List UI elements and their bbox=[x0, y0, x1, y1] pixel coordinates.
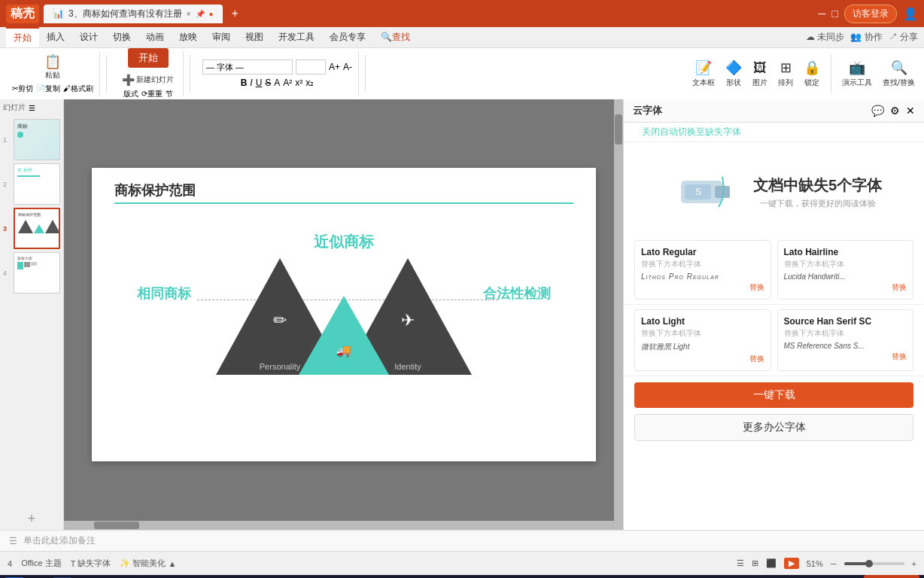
font-family-input[interactable]: — 字体 — bbox=[202, 59, 293, 75]
text-shadow-btn[interactable]: A² bbox=[283, 78, 292, 88]
superscript-btn[interactable]: x² bbox=[295, 78, 302, 88]
zoom-thumb[interactable] bbox=[865, 560, 873, 567]
slide-thumb-2[interactable]: 类 林烨 bbox=[14, 163, 60, 205]
share-btn[interactable]: ↗ 分享 bbox=[889, 31, 918, 44]
window-maximize[interactable]: □ bbox=[832, 8, 838, 20]
paste-btn[interactable]: 📋 粘贴 bbox=[41, 53, 64, 82]
replace-btn-1[interactable]: 替换 bbox=[749, 282, 764, 293]
tab-slideshow[interactable]: 放映 bbox=[172, 28, 205, 47]
panel-settings-icon[interactable]: ⚙ bbox=[890, 105, 900, 117]
format-painter-btn[interactable]: 🖌格式刷 bbox=[63, 84, 93, 94]
outline-toggle[interactable]: ☰ bbox=[29, 104, 35, 112]
notes-placeholder[interactable]: 单击此处添加备注 bbox=[23, 534, 96, 547]
panel-scroll[interactable]: S 文档中缺失5个字体 一键下载，获得更好的阅读体验 Lato Regular … bbox=[624, 142, 924, 530]
repeat-btn[interactable]: ⟳重重 bbox=[141, 89, 163, 99]
tab-developer[interactable]: 开发工具 bbox=[271, 28, 322, 47]
sep2 bbox=[190, 55, 190, 93]
taskbar-right: 🔔 中 📶 🔊 14:22 周三 2020/11/ bbox=[798, 575, 919, 578]
tab-pin[interactable]: 📌 bbox=[196, 10, 205, 18]
document-tab[interactable]: 📊 3、商标如何查询有没有注册 × 📌 ● bbox=[44, 5, 223, 23]
tab-insert[interactable]: 插入 bbox=[39, 28, 72, 47]
find-replace-btn[interactable]: 🔍 查找/替换 bbox=[880, 58, 918, 90]
font-warning-icon: T bbox=[71, 559, 76, 568]
view-list-btn[interactable]: ☰ bbox=[737, 558, 744, 568]
tab-animation[interactable]: 动画 bbox=[138, 28, 172, 47]
h-scroll-thumb[interactable] bbox=[94, 522, 139, 529]
textbox-btn[interactable]: 📝 文本框 bbox=[689, 58, 718, 90]
thumb-tri-m bbox=[34, 224, 44, 233]
font-name-3: Lato Light bbox=[641, 316, 764, 327]
start-btn[interactable]: 开始 bbox=[128, 48, 169, 68]
tab-design[interactable]: 设计 bbox=[72, 28, 105, 47]
new-slide-btn[interactable]: ➕ 新建幻灯片 bbox=[119, 72, 177, 87]
collab-btn[interactable]: 👥 协作 bbox=[850, 31, 882, 44]
replace-btn-3[interactable]: 替换 bbox=[749, 354, 764, 364]
add-tab-btn[interactable]: + bbox=[232, 7, 239, 20]
slide-thumb-3[interactable]: 商标保护范围 bbox=[14, 208, 60, 249]
visitor-login-btn[interactable]: 访客登录 bbox=[844, 5, 897, 23]
image-icon: 🖼 bbox=[753, 60, 767, 76]
play-btn[interactable]: ▶ bbox=[784, 558, 799, 569]
tab-close-btn[interactable]: × bbox=[187, 10, 191, 18]
h-scrollbar[interactable] bbox=[64, 521, 614, 530]
tab-member[interactable]: 会员专享 bbox=[322, 28, 373, 47]
underline-btn[interactable]: U bbox=[256, 78, 263, 88]
theme-label[interactable]: Office 主题 bbox=[21, 558, 62, 569]
tab-transition[interactable]: 切换 bbox=[105, 28, 138, 47]
window-minimize[interactable]: ─ bbox=[819, 8, 826, 20]
more-fonts-btn[interactable]: 更多办公字体 bbox=[634, 414, 913, 441]
slide-underline bbox=[114, 202, 573, 204]
thumb-bars-4 bbox=[17, 262, 56, 269]
subscript-btn[interactable]: x₂ bbox=[305, 78, 314, 88]
layout-btn[interactable]: 版式 bbox=[123, 89, 138, 99]
slide-thumb-4[interactable]: 谢谢大家 bbox=[14, 252, 60, 294]
cut-btn[interactable]: ✂剪切 bbox=[12, 84, 33, 94]
replace-row-3: 替换 bbox=[641, 352, 764, 364]
v-scroll-thumb[interactable] bbox=[615, 114, 622, 144]
bar2 bbox=[24, 262, 30, 267]
font-size-input[interactable] bbox=[296, 59, 326, 75]
thumb-title-1: 商标 bbox=[17, 123, 56, 130]
image-btn[interactable]: 🖼 图片 bbox=[749, 59, 771, 90]
bold-btn[interactable]: B bbox=[241, 78, 248, 88]
font-color-btn[interactable]: A bbox=[274, 78, 280, 88]
slide-title: 商标保护范围 bbox=[114, 181, 196, 199]
tab-review[interactable]: 审阅 bbox=[205, 28, 238, 47]
font-replace-from-2: Lucida Handwriti... bbox=[784, 272, 907, 281]
shape-btn[interactable]: 🔷 形状 bbox=[722, 58, 745, 90]
user-avatar[interactable]: 👤 bbox=[903, 7, 918, 21]
v-scrollbar[interactable] bbox=[614, 99, 623, 530]
section-btn[interactable]: 节 bbox=[166, 89, 173, 99]
font-size-dec[interactable]: A- bbox=[343, 62, 352, 72]
lock-btn[interactable]: 🔒 锁定 bbox=[801, 58, 823, 90]
view-present-btn[interactable]: ⬛ bbox=[766, 558, 777, 568]
sync-status[interactable]: ☁ 未同步 bbox=[806, 31, 844, 44]
download-btn[interactable]: 一键下载 bbox=[634, 382, 913, 408]
zoom-in-btn[interactable]: + bbox=[912, 559, 916, 568]
beautify-btn[interactable]: ✨ 智能美化 ▲ bbox=[120, 558, 176, 569]
zoom-slider[interactable] bbox=[844, 562, 904, 565]
missing-font-btn[interactable]: T 缺失字体 bbox=[71, 558, 111, 569]
slide-thumb-1[interactable]: 商标 bbox=[14, 119, 60, 160]
tab-view[interactable]: 视图 bbox=[238, 28, 271, 47]
zoom-out-btn[interactable]: ─ bbox=[831, 559, 837, 568]
replace-row-4: 替换 bbox=[784, 350, 907, 362]
status-right: ☰ ⊞ ⬛ ▶ 51% ─ + bbox=[737, 558, 916, 569]
replace-btn-4[interactable]: 替换 bbox=[892, 351, 907, 362]
replace-btn-2[interactable]: 替换 bbox=[892, 282, 907, 293]
add-slide-btn[interactable]: + bbox=[3, 511, 60, 527]
copy-btn[interactable]: 📄复制 bbox=[36, 84, 60, 94]
panel-close-icon[interactable]: ✕ bbox=[906, 105, 915, 117]
tab-home[interactable]: 开始 bbox=[6, 27, 39, 47]
view-grid-btn[interactable]: ⊞ bbox=[752, 558, 758, 568]
italic-btn[interactable]: I bbox=[250, 78, 252, 88]
thumb-tri-l bbox=[18, 220, 33, 233]
font-size-inc[interactable]: A+ bbox=[329, 62, 340, 72]
auto-switch-link[interactable]: 关闭自动切换至缺失字体 bbox=[633, 123, 750, 140]
panel-chat-icon[interactable]: 💬 bbox=[871, 105, 884, 117]
ribbon-tabs: 开始 插入 设计 切换 动画 放映 审阅 视图 开发工具 会员专享 🔍查找 ☁ … bbox=[0, 27, 924, 48]
present-tool-btn[interactable]: 📺 演示工具 bbox=[839, 58, 875, 90]
arrange-btn[interactable]: ⊞ 排列 bbox=[775, 58, 796, 90]
strikethrough-btn[interactable]: S bbox=[265, 78, 271, 88]
tab-search-tab[interactable]: 🔍查找 bbox=[373, 28, 418, 47]
